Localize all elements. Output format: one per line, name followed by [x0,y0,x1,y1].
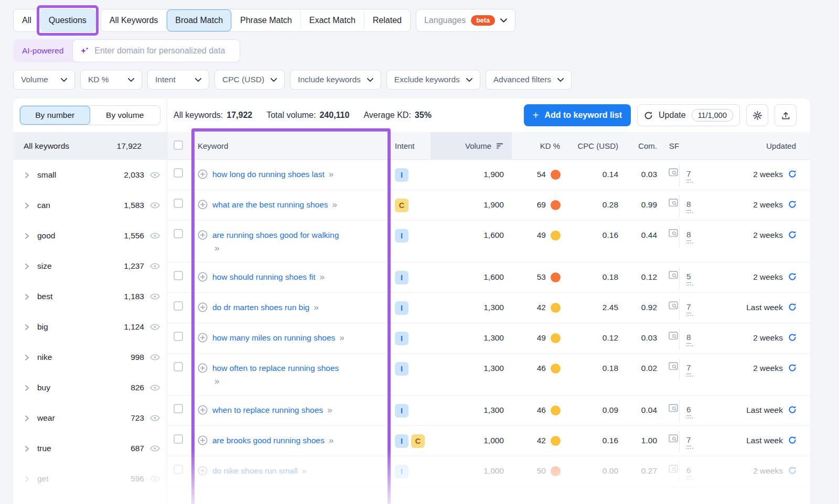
refresh-icon[interactable] [788,406,797,417]
add-keyword-icon[interactable] [198,405,208,417]
filter-intent[interactable]: Intent [147,70,209,90]
sidebar-all-keywords-row[interactable]: All keywords 17,922 [13,132,167,160]
keyword-link[interactable]: are running shoes good for walking» [212,229,339,255]
filter-exclude-keywords[interactable]: Exclude keywords [386,70,480,90]
sidebar-group-item[interactable]: wear 723 [13,403,167,433]
serp-preview-icon[interactable] [669,271,678,279]
keyword-link[interactable]: are brooks good running shoes» [212,434,332,447]
refresh-icon[interactable] [788,333,797,344]
tab-phrase-match[interactable]: Phrase Match [232,9,301,31]
sidebar-group-item[interactable]: get 596 [13,464,167,494]
add-keyword-icon[interactable] [198,230,208,255]
add-keyword-icon[interactable] [198,169,208,181]
chevron-right-icon[interactable] [25,202,29,209]
sidebar-group-item[interactable]: big 1,124 [13,312,167,342]
settings-button[interactable] [746,104,768,126]
eye-icon[interactable] [150,476,160,482]
add-keyword-icon[interactable] [198,466,208,477]
row-checkbox[interactable] [174,301,183,311]
chevron-right-icon[interactable] [25,324,29,331]
update-button[interactable]: Update 11/1,000 [637,104,740,126]
serp-preview-icon[interactable] [669,199,678,207]
chevron-right-icon[interactable] [25,263,29,270]
serp-preview-icon[interactable] [669,434,678,443]
tab-broad-match[interactable]: Broad Match [167,9,232,31]
sidebar-group-item[interactable]: best 1,183 [13,281,167,312]
keyword-link[interactable]: do dr marten shoes run big» [212,301,318,314]
eye-icon[interactable] [150,293,160,300]
refresh-icon[interactable] [788,272,797,283]
toggle-by-number[interactable]: By number [20,106,90,125]
sf-link[interactable]: 7 [686,434,693,453]
sidebar-group-item[interactable]: size 1,237 [13,251,167,281]
chevron-right-icon[interactable] [25,354,29,361]
add-to-keyword-list-button[interactable]: + Add to keyword list [524,104,631,126]
eye-icon[interactable] [150,385,160,391]
eye-icon[interactable] [150,445,160,452]
tab-questions[interactable]: Questions [40,9,95,31]
keyword-link[interactable]: do nike shoes run small» [212,465,306,477]
domain-input[interactable] [94,46,233,56]
sidebar-group-item[interactable]: buy 826 [13,372,167,403]
col-updated[interactable]: Updated [702,141,810,150]
tab-exact-match[interactable]: Exact Match [301,9,364,31]
tab-all[interactable]: All [14,9,40,31]
toggle-by-volume[interactable]: By volume [90,106,160,125]
row-checkbox[interactable] [174,199,183,208]
filter-advanced[interactable]: Advanced filters [486,70,572,90]
chevron-right-icon[interactable] [25,445,29,452]
row-checkbox[interactable] [174,434,183,444]
tab-all-keywords[interactable]: All Keywords [101,9,167,31]
sf-link[interactable]: 7 [686,301,693,320]
filter-cpc[interactable]: CPC (USD) [214,70,285,90]
col-com[interactable]: Com. [625,141,661,150]
eye-icon[interactable] [150,324,160,330]
col-volume[interactable]: Volume [431,132,512,160]
sf-link[interactable]: 8 [686,229,693,247]
col-cpc[interactable]: CPC (USD) [567,141,625,150]
keyword-link[interactable]: how should running shoes fit» [212,271,324,283]
filter-kd[interactable]: KD % [80,70,142,90]
eye-icon[interactable] [150,263,160,269]
eye-icon[interactable] [150,354,160,360]
tab-related[interactable]: Related [364,9,410,31]
row-checkbox[interactable] [174,362,183,371]
export-button[interactable] [775,104,797,126]
serp-preview-icon[interactable] [669,404,678,412]
chevron-right-icon[interactable] [25,415,29,422]
chevron-right-icon[interactable] [25,293,29,300]
sidebar-group-item[interactable]: nike 998 [13,342,167,372]
keyword-link[interactable]: when to replace running shoes» [212,404,331,417]
sf-link[interactable]: 8 [686,199,693,217]
sidebar-group-item[interactable]: small 2,033 [13,160,167,190]
row-checkbox[interactable] [174,271,183,280]
refresh-icon[interactable] [788,436,797,447]
languages-dropdown[interactable]: Languages beta [416,9,515,32]
row-checkbox[interactable] [174,168,183,178]
refresh-icon[interactable] [788,303,797,314]
select-all-checkbox[interactable] [174,140,183,150]
serp-preview-icon[interactable] [669,229,678,237]
add-keyword-icon[interactable] [198,272,208,283]
serp-preview-icon[interactable] [669,332,678,340]
chevron-right-icon[interactable] [25,385,29,391]
refresh-icon[interactable] [788,231,797,242]
add-keyword-icon[interactable] [198,333,208,344]
sf-link[interactable]: 7 [686,168,693,187]
serp-preview-icon[interactable] [669,168,678,177]
serp-preview-icon[interactable] [669,465,678,473]
row-checkbox[interactable] [174,332,183,341]
sf-link[interactable]: 6 [686,465,693,483]
refresh-icon[interactable] [788,466,797,477]
filter-volume[interactable]: Volume [13,70,75,90]
keyword-link[interactable]: what are the best running shoes» [212,199,336,211]
row-checkbox[interactable] [174,404,183,413]
refresh-icon[interactable] [788,200,797,211]
row-checkbox[interactable] [174,465,183,474]
add-keyword-icon[interactable] [198,200,208,211]
add-keyword-icon[interactable] [198,435,208,447]
sidebar-group-item[interactable]: good 1,556 [13,221,167,251]
sf-link[interactable]: 8 [686,332,693,350]
eye-icon[interactable] [150,202,160,209]
serp-preview-icon[interactable] [669,362,678,370]
